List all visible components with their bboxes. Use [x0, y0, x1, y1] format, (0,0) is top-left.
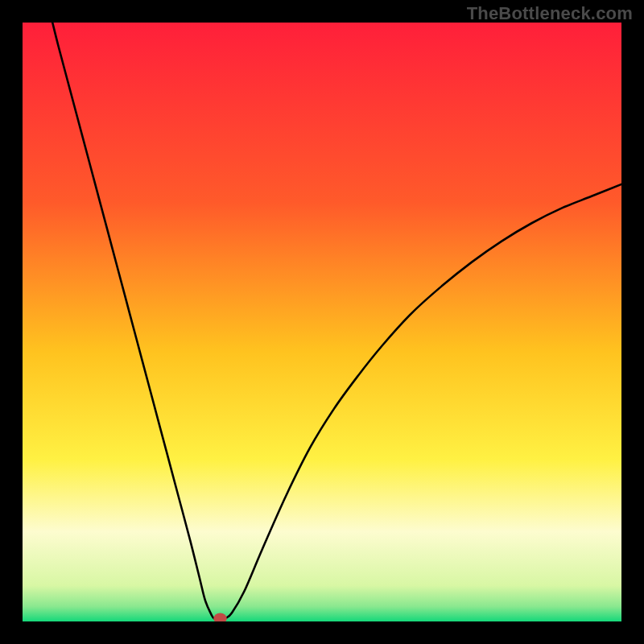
- chart-background: [23, 23, 621, 621]
- chart-frame: TheBottleneck.com: [0, 0, 644, 644]
- chart-plot: [23, 23, 621, 621]
- watermark-text: TheBottleneck.com: [467, 3, 633, 24]
